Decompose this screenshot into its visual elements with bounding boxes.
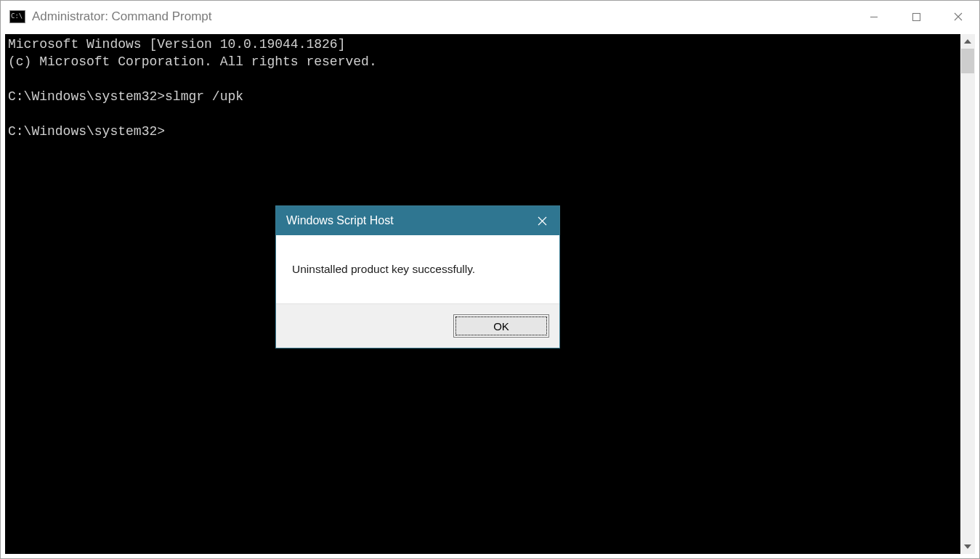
close-icon: [953, 12, 963, 22]
close-button[interactable]: [937, 1, 979, 33]
close-icon: [538, 216, 547, 226]
command-prompt-window: Administrator: Command Prompt Microsoft …: [0, 0, 980, 559]
dialog-titlebar[interactable]: Windows Script Host: [276, 206, 559, 235]
chevron-down-icon: [964, 544, 971, 549]
dialog-close-button[interactable]: [525, 206, 559, 235]
dialog-message: Uninstalled product key successfully.: [292, 263, 475, 275]
vertical-scrollbar[interactable]: [960, 34, 975, 554]
ok-button[interactable]: OK: [453, 314, 549, 338]
minimize-icon: [869, 12, 879, 22]
window-title: Administrator: Command Prompt: [32, 9, 212, 24]
dialog-title: Windows Script Host: [286, 214, 394, 227]
scrollbar-track[interactable]: [960, 49, 975, 539]
titlebar[interactable]: Administrator: Command Prompt: [1, 1, 979, 33]
maximize-button[interactable]: [895, 1, 937, 33]
scroll-down-button[interactable]: [960, 539, 975, 554]
minimize-button[interactable]: [853, 1, 895, 33]
cmd-icon: [9, 10, 25, 23]
script-host-dialog: Windows Script Host Uninstalled product …: [275, 205, 560, 348]
dialog-body: Uninstalled product key successfully.: [276, 235, 559, 303]
svg-rect-0: [912, 13, 920, 20]
chevron-up-icon: [964, 39, 971, 44]
dialog-footer: OK: [276, 303, 559, 348]
console-line: C:\Windows\system32>: [8, 124, 165, 139]
scrollbar-thumb[interactable]: [961, 49, 974, 73]
window-controls: [853, 1, 979, 33]
console-line: (c) Microsoft Corporation. All rights re…: [8, 54, 377, 69]
scroll-up-button[interactable]: [960, 34, 975, 49]
console-line: C:\Windows\system32>slmgr /upk: [8, 89, 243, 104]
console-line: Microsoft Windows [Version 10.0.19044.18…: [8, 37, 345, 52]
maximize-icon: [912, 12, 921, 22]
